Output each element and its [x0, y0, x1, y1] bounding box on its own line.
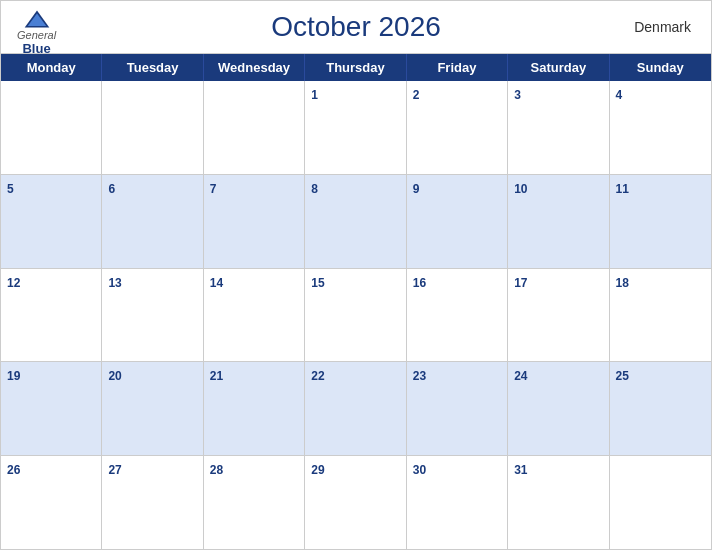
- day-cell: 16: [407, 269, 508, 362]
- calendar-header: General Blue October 2026 Denmark: [1, 1, 711, 53]
- day-cell: 31: [508, 456, 609, 549]
- day-number: 26: [7, 463, 20, 477]
- day-cell: 24: [508, 362, 609, 455]
- day-header-sunday: Sunday: [610, 54, 711, 81]
- day-cell: 9: [407, 175, 508, 268]
- day-cell: 29: [305, 456, 406, 549]
- day-cell: 20: [102, 362, 203, 455]
- day-number: 29: [311, 463, 324, 477]
- day-header-saturday: Saturday: [508, 54, 609, 81]
- week-row-5: 262728293031: [1, 456, 711, 549]
- week-row-4: 19202122232425: [1, 362, 711, 456]
- day-cell: [204, 81, 305, 174]
- day-number: 23: [413, 369, 426, 383]
- day-number: 24: [514, 369, 527, 383]
- day-number: 7: [210, 182, 217, 196]
- day-cell: 1: [305, 81, 406, 174]
- country-label: Denmark: [634, 19, 691, 35]
- day-cell: 14: [204, 269, 305, 362]
- day-number: 30: [413, 463, 426, 477]
- day-cell: 2: [407, 81, 508, 174]
- day-number: 11: [616, 182, 629, 196]
- day-cell: 10: [508, 175, 609, 268]
- day-cell: 6: [102, 175, 203, 268]
- day-cell: 28: [204, 456, 305, 549]
- day-cell: 25: [610, 362, 711, 455]
- day-cell: 5: [1, 175, 102, 268]
- week-row-1: 1234: [1, 81, 711, 175]
- day-header-wednesday: Wednesday: [204, 54, 305, 81]
- day-number: 22: [311, 369, 324, 383]
- logo-general-text: General: [17, 29, 56, 41]
- day-cell: 21: [204, 362, 305, 455]
- day-number: 9: [413, 182, 420, 196]
- day-number: 14: [210, 276, 223, 290]
- day-number: 20: [108, 369, 121, 383]
- day-cell: 23: [407, 362, 508, 455]
- day-number: 13: [108, 276, 121, 290]
- logo-area: General Blue: [17, 9, 56, 56]
- calendar-grid: MondayTuesdayWednesdayThursdayFridaySatu…: [1, 53, 711, 549]
- day-cell: [102, 81, 203, 174]
- day-headers-row: MondayTuesdayWednesdayThursdayFridaySatu…: [1, 54, 711, 81]
- logo-blue-text: Blue: [22, 41, 50, 56]
- day-header-monday: Monday: [1, 54, 102, 81]
- day-cell: 12: [1, 269, 102, 362]
- day-cell: 8: [305, 175, 406, 268]
- day-header-thursday: Thursday: [305, 54, 406, 81]
- day-number: 6: [108, 182, 115, 196]
- day-number: 15: [311, 276, 324, 290]
- day-cell: 15: [305, 269, 406, 362]
- day-cell: 30: [407, 456, 508, 549]
- day-cell: 27: [102, 456, 203, 549]
- calendar-title: October 2026: [271, 11, 441, 43]
- day-number: 5: [7, 182, 14, 196]
- day-cell: 22: [305, 362, 406, 455]
- day-number: 27: [108, 463, 121, 477]
- day-cell: 26: [1, 456, 102, 549]
- week-row-3: 12131415161718: [1, 269, 711, 363]
- day-number: 2: [413, 88, 420, 102]
- weeks-container: 1234567891011121314151617181920212223242…: [1, 81, 711, 549]
- day-cell: [1, 81, 102, 174]
- day-number: 12: [7, 276, 20, 290]
- day-number: 4: [616, 88, 623, 102]
- day-number: 1: [311, 88, 318, 102]
- day-cell: 11: [610, 175, 711, 268]
- day-cell: [610, 456, 711, 549]
- day-header-friday: Friday: [407, 54, 508, 81]
- calendar-container: General Blue October 2026 Denmark Monday…: [0, 0, 712, 550]
- day-cell: 7: [204, 175, 305, 268]
- day-number: 10: [514, 182, 527, 196]
- day-number: 25: [616, 369, 629, 383]
- day-cell: 18: [610, 269, 711, 362]
- day-number: 28: [210, 463, 223, 477]
- day-number: 18: [616, 276, 629, 290]
- day-cell: 17: [508, 269, 609, 362]
- day-number: 16: [413, 276, 426, 290]
- day-cell: 13: [102, 269, 203, 362]
- generalblue-logo-icon: [23, 9, 51, 29]
- day-number: 8: [311, 182, 318, 196]
- day-number: 19: [7, 369, 20, 383]
- day-number: 17: [514, 276, 527, 290]
- day-number: 31: [514, 463, 527, 477]
- day-header-tuesday: Tuesday: [102, 54, 203, 81]
- day-cell: 4: [610, 81, 711, 174]
- day-cell: 3: [508, 81, 609, 174]
- day-number: 21: [210, 369, 223, 383]
- day-cell: 19: [1, 362, 102, 455]
- logo-row: [23, 9, 51, 29]
- day-number: 3: [514, 88, 521, 102]
- week-row-2: 567891011: [1, 175, 711, 269]
